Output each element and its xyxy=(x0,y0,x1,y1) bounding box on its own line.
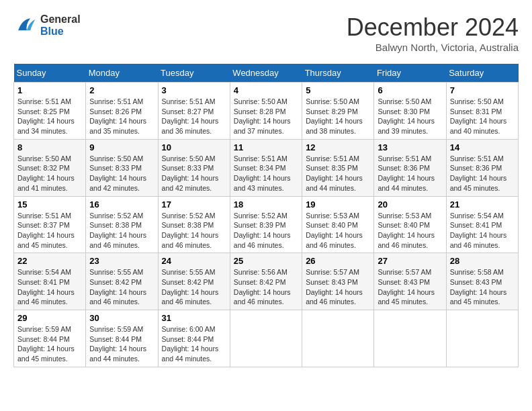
day-number: 5 xyxy=(306,85,370,95)
day-cell-15: 15Sunrise: 5:51 AMSunset: 8:37 PMDayligh… xyxy=(14,196,86,253)
day-info: Sunrise: 5:54 AMSunset: 8:41 PMDaylight:… xyxy=(17,267,82,307)
day-number: 13 xyxy=(378,142,442,152)
header-monday: Monday xyxy=(86,64,158,83)
day-info: Sunrise: 5:50 AMSunset: 8:33 PMDaylight:… xyxy=(89,154,154,193)
header-sunday: Sunday xyxy=(14,64,86,83)
month-title: December 2024 xyxy=(347,13,519,42)
day-number: 28 xyxy=(450,256,515,266)
day-cell-20: 20Sunrise: 5:53 AMSunset: 8:40 PMDayligh… xyxy=(374,196,446,253)
day-info: Sunrise: 5:51 AMSunset: 8:36 PMDaylight:… xyxy=(378,154,442,193)
day-number: 19 xyxy=(306,199,370,210)
day-number: 15 xyxy=(17,199,82,210)
day-cell-29: 29Sunrise: 5:59 AMSunset: 8:44 PMDayligh… xyxy=(14,310,86,367)
empty-cell xyxy=(230,310,302,367)
day-cell-3: 3Sunrise: 5:51 AMSunset: 8:27 PMDaylight… xyxy=(158,83,230,140)
empty-cell xyxy=(302,310,374,367)
day-cell-7: 7Sunrise: 5:50 AMSunset: 8:31 PMDaylight… xyxy=(446,83,518,140)
day-number: 14 xyxy=(450,142,515,152)
page-header: General Blue December 2024 Balwyn North,… xyxy=(13,13,519,53)
day-number: 25 xyxy=(234,256,298,266)
day-info: Sunrise: 5:59 AMSunset: 8:44 PMDaylight:… xyxy=(17,324,82,364)
day-number: 29 xyxy=(17,313,82,323)
day-number: 27 xyxy=(378,256,442,266)
day-cell-17: 17Sunrise: 5:52 AMSunset: 8:38 PMDayligh… xyxy=(158,196,230,253)
day-cell-11: 11Sunrise: 5:51 AMSunset: 8:34 PMDayligh… xyxy=(230,139,302,196)
day-number: 17 xyxy=(162,199,226,210)
day-number: 6 xyxy=(378,85,442,95)
day-cell-27: 27Sunrise: 5:57 AMSunset: 8:43 PMDayligh… xyxy=(374,253,446,310)
day-number: 30 xyxy=(89,313,154,323)
day-info: Sunrise: 5:59 AMSunset: 8:44 PMDaylight:… xyxy=(89,324,154,364)
day-cell-19: 19Sunrise: 5:53 AMSunset: 8:40 PMDayligh… xyxy=(302,196,374,253)
day-number: 26 xyxy=(306,256,370,266)
day-cell-16: 16Sunrise: 5:52 AMSunset: 8:38 PMDayligh… xyxy=(86,196,158,253)
day-info: Sunrise: 5:50 AMSunset: 8:33 PMDaylight:… xyxy=(162,154,226,193)
day-cell-10: 10Sunrise: 5:50 AMSunset: 8:33 PMDayligh… xyxy=(158,139,230,196)
day-cell-25: 25Sunrise: 5:56 AMSunset: 8:42 PMDayligh… xyxy=(230,253,302,310)
day-info: Sunrise: 5:53 AMSunset: 8:40 PMDaylight:… xyxy=(378,211,442,250)
day-info: Sunrise: 5:52 AMSunset: 8:38 PMDaylight:… xyxy=(89,211,154,250)
day-info: Sunrise: 5:56 AMSunset: 8:42 PMDaylight:… xyxy=(234,267,298,307)
day-cell-6: 6Sunrise: 5:50 AMSunset: 8:30 PMDaylight… xyxy=(374,83,446,140)
day-number: 8 xyxy=(17,142,82,152)
day-info: Sunrise: 5:50 AMSunset: 8:30 PMDaylight:… xyxy=(378,97,442,136)
day-info: Sunrise: 5:51 AMSunset: 8:35 PMDaylight:… xyxy=(306,154,370,193)
day-info: Sunrise: 5:54 AMSunset: 8:41 PMDaylight:… xyxy=(450,211,515,250)
empty-cell xyxy=(374,310,446,367)
logo-text: General Blue xyxy=(40,13,81,38)
day-cell-24: 24Sunrise: 5:55 AMSunset: 8:42 PMDayligh… xyxy=(158,253,230,310)
week-row-5: 29Sunrise: 5:59 AMSunset: 8:44 PMDayligh… xyxy=(14,310,519,367)
day-cell-22: 22Sunrise: 5:54 AMSunset: 8:41 PMDayligh… xyxy=(14,253,86,310)
calendar-table: SundayMondayTuesdayWednesdayThursdayFrid… xyxy=(13,64,519,367)
day-number: 22 xyxy=(17,256,82,266)
week-row-3: 15Sunrise: 5:51 AMSunset: 8:37 PMDayligh… xyxy=(14,196,519,253)
day-cell-23: 23Sunrise: 5:55 AMSunset: 8:42 PMDayligh… xyxy=(86,253,158,310)
day-info: Sunrise: 5:52 AMSunset: 8:38 PMDaylight:… xyxy=(162,211,226,250)
week-row-1: 1Sunrise: 5:51 AMSunset: 8:25 PMDaylight… xyxy=(14,83,519,140)
day-info: Sunrise: 5:52 AMSunset: 8:39 PMDaylight:… xyxy=(234,211,298,250)
day-info: Sunrise: 5:50 AMSunset: 8:31 PMDaylight:… xyxy=(450,97,515,136)
day-number: 10 xyxy=(162,142,226,152)
header-saturday: Saturday xyxy=(446,64,518,83)
day-cell-21: 21Sunrise: 5:54 AMSunset: 8:41 PMDayligh… xyxy=(446,196,518,253)
day-number: 20 xyxy=(378,199,442,210)
day-info: Sunrise: 5:50 AMSunset: 8:28 PMDaylight:… xyxy=(234,97,298,136)
day-cell-18: 18Sunrise: 5:52 AMSunset: 8:39 PMDayligh… xyxy=(230,196,302,253)
day-cell-12: 12Sunrise: 5:51 AMSunset: 8:35 PMDayligh… xyxy=(302,139,374,196)
location-subtitle: Balwyn North, Victoria, Australia xyxy=(347,42,519,53)
day-number: 23 xyxy=(89,256,154,266)
day-number: 12 xyxy=(306,142,370,152)
day-number: 1 xyxy=(17,85,82,95)
day-info: Sunrise: 5:57 AMSunset: 8:43 PMDaylight:… xyxy=(378,267,442,307)
day-info: Sunrise: 5:55 AMSunset: 8:42 PMDaylight:… xyxy=(162,267,226,307)
day-info: Sunrise: 5:51 AMSunset: 8:34 PMDaylight:… xyxy=(234,154,298,193)
day-info: Sunrise: 6:00 AMSunset: 8:44 PMDaylight:… xyxy=(162,324,226,364)
day-number: 7 xyxy=(450,85,515,95)
day-cell-4: 4Sunrise: 5:50 AMSunset: 8:28 PMDaylight… xyxy=(230,83,302,140)
day-number: 2 xyxy=(89,85,154,95)
logo: General Blue xyxy=(13,13,81,38)
day-cell-1: 1Sunrise: 5:51 AMSunset: 8:25 PMDaylight… xyxy=(14,83,86,140)
day-info: Sunrise: 5:58 AMSunset: 8:43 PMDaylight:… xyxy=(450,267,515,307)
day-info: Sunrise: 5:51 AMSunset: 8:26 PMDaylight:… xyxy=(89,97,154,136)
day-cell-8: 8Sunrise: 5:50 AMSunset: 8:32 PMDaylight… xyxy=(14,139,86,196)
day-number: 18 xyxy=(234,199,298,210)
title-block: December 2024 Balwyn North, Victoria, Au… xyxy=(347,13,519,53)
header-friday: Friday xyxy=(374,64,446,83)
empty-cell xyxy=(446,310,518,367)
day-info: Sunrise: 5:51 AMSunset: 8:27 PMDaylight:… xyxy=(162,97,226,136)
week-row-4: 22Sunrise: 5:54 AMSunset: 8:41 PMDayligh… xyxy=(14,253,519,310)
day-cell-26: 26Sunrise: 5:57 AMSunset: 8:43 PMDayligh… xyxy=(302,253,374,310)
day-info: Sunrise: 5:50 AMSunset: 8:29 PMDaylight:… xyxy=(306,97,370,136)
day-cell-31: 31Sunrise: 6:00 AMSunset: 8:44 PMDayligh… xyxy=(158,310,230,367)
header-thursday: Thursday xyxy=(302,64,374,83)
day-number: 9 xyxy=(89,142,154,152)
day-info: Sunrise: 5:51 AMSunset: 8:37 PMDaylight:… xyxy=(17,211,82,250)
day-info: Sunrise: 5:53 AMSunset: 8:40 PMDaylight:… xyxy=(306,211,370,250)
day-number: 11 xyxy=(234,142,298,152)
day-info: Sunrise: 5:55 AMSunset: 8:42 PMDaylight:… xyxy=(89,267,154,307)
day-info: Sunrise: 5:51 AMSunset: 8:25 PMDaylight:… xyxy=(17,97,82,136)
day-number: 21 xyxy=(450,199,515,210)
day-cell-30: 30Sunrise: 5:59 AMSunset: 8:44 PMDayligh… xyxy=(86,310,158,367)
day-number: 31 xyxy=(162,313,226,323)
